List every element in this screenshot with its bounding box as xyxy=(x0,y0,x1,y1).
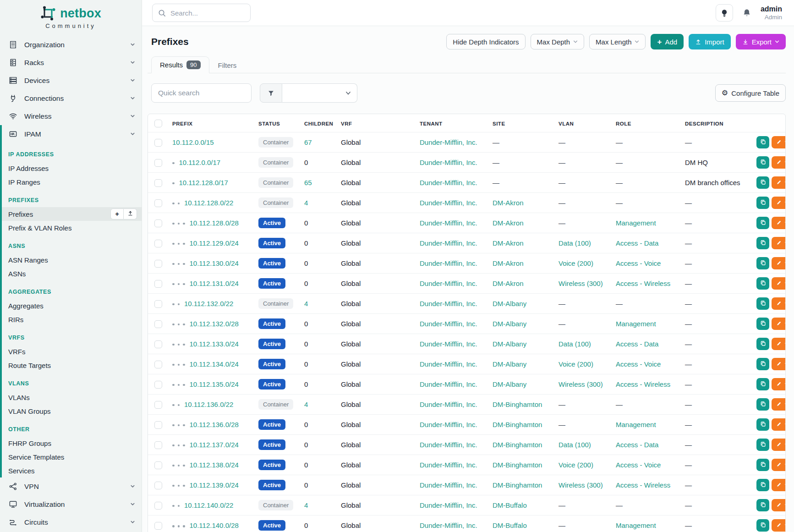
row-checkbox[interactable] xyxy=(154,139,162,147)
clone-button[interactable] xyxy=(756,156,769,169)
site-link[interactable]: DM-Binghamton xyxy=(493,461,542,469)
row-checkbox[interactable] xyxy=(154,240,162,247)
prefix-link[interactable]: 10.112.130.0/24 xyxy=(190,259,239,267)
clone-button[interactable] xyxy=(756,358,769,370)
children-count-link[interactable]: 4 xyxy=(304,501,308,509)
sidebar-item-vlans[interactable]: VLANs xyxy=(2,390,142,404)
prefix-link[interactable]: 10.112.0.0/17 xyxy=(179,159,221,166)
column-header-role[interactable]: ROLE xyxy=(611,114,680,132)
role-link[interactable]: Access - Wireless xyxy=(616,280,670,287)
select-all-checkbox[interactable] xyxy=(154,120,162,127)
clone-button[interactable] xyxy=(756,499,769,511)
row-checkbox[interactable] xyxy=(154,280,162,288)
edit-button[interactable] xyxy=(772,378,786,390)
netbox-logo[interactable]: netbox xyxy=(0,0,142,21)
tenant-link[interactable]: Dunder-Mifflin, Inc. xyxy=(420,461,477,469)
clone-button[interactable] xyxy=(756,277,769,290)
sidebar-item-ipam[interactable]: IPAM xyxy=(2,125,142,143)
clone-button[interactable] xyxy=(756,479,769,491)
site-link[interactable]: DM-Akron xyxy=(493,280,524,287)
role-link[interactable]: Access - Voice xyxy=(616,461,661,469)
column-header-vlan[interactable]: VLAN xyxy=(554,114,611,132)
tenant-link[interactable]: Dunder-Mifflin, Inc. xyxy=(420,421,477,428)
notifications-bell[interactable] xyxy=(742,8,751,17)
clone-button[interactable] xyxy=(756,418,769,431)
site-link[interactable]: DM-Binghamton xyxy=(493,421,542,428)
export-dropdown[interactable]: Export xyxy=(736,34,786,49)
sidebar-item-connections[interactable]: Connections xyxy=(0,89,142,107)
site-link[interactable]: DM-Albany xyxy=(493,300,526,307)
sidebar-item-asn-ranges[interactable]: ASN Ranges xyxy=(2,253,142,267)
prefix-link[interactable]: 10.112.0.0/15 xyxy=(172,138,214,146)
tab-results[interactable]: Results 90 xyxy=(151,56,209,73)
edit-button[interactable] xyxy=(772,197,786,209)
clone-button[interactable] xyxy=(756,237,769,249)
edit-button[interactable] xyxy=(772,297,786,310)
import-button[interactable]: Import xyxy=(689,34,731,49)
clone-button[interactable] xyxy=(756,318,769,330)
clone-button[interactable] xyxy=(756,459,769,471)
site-link[interactable]: DM-Buffalo xyxy=(493,521,527,529)
hide-depth-indicators-button[interactable]: Hide Depth Indicators xyxy=(446,34,525,49)
tenant-link[interactable]: Dunder-Mifflin, Inc. xyxy=(420,199,477,207)
tenant-link[interactable]: Dunder-Mifflin, Inc. xyxy=(420,239,477,247)
global-search-input[interactable] xyxy=(170,9,235,17)
edit-button[interactable] xyxy=(772,136,786,148)
tenant-link[interactable]: Dunder-Mifflin, Inc. xyxy=(420,521,477,529)
configure-table-button[interactable]: ⚙ Configure Table xyxy=(715,84,786,102)
site-link[interactable]: DM-Akron xyxy=(493,259,524,267)
prefix-link[interactable]: 10.112.139.0/24 xyxy=(190,481,239,489)
edit-button[interactable] xyxy=(772,479,786,491)
sidebar-item-ip-addresses[interactable]: IP Addresses xyxy=(2,161,142,175)
row-checkbox[interactable] xyxy=(154,502,162,510)
site-link[interactable]: DM-Binghamton xyxy=(493,400,542,408)
prefix-link[interactable]: 10.112.133.0/24 xyxy=(190,340,239,348)
row-checkbox[interactable] xyxy=(154,361,162,368)
sidebar-item-circuits[interactable]: Circuits xyxy=(0,513,142,531)
prefix-link[interactable]: 10.112.128.0/28 xyxy=(190,219,239,227)
prefix-link[interactable]: 10.112.131.0/24 xyxy=(190,280,239,287)
sidebar-item-vlan-groups[interactable]: VLAN Groups xyxy=(2,404,142,418)
user-menu[interactable]: admin Admin xyxy=(761,5,782,22)
prefix-link[interactable]: 10.112.140.0/28 xyxy=(190,521,239,529)
row-checkbox[interactable] xyxy=(154,340,162,348)
site-link[interactable]: DM-Albany xyxy=(493,360,526,368)
edit-button[interactable] xyxy=(772,338,786,350)
sidebar-item-service-templates[interactable]: Service Templates xyxy=(2,450,142,464)
prefix-link[interactable]: 10.112.138.0/24 xyxy=(190,461,239,469)
prefix-link[interactable]: 10.112.137.0/24 xyxy=(190,441,239,449)
row-checkbox[interactable] xyxy=(154,441,162,449)
max-length-dropdown[interactable]: Max Length xyxy=(589,34,646,49)
quick-import-button[interactable] xyxy=(124,208,137,219)
tenant-link[interactable]: Dunder-Mifflin, Inc. xyxy=(420,259,477,267)
prefix-link[interactable]: 10.112.128.0/17 xyxy=(179,179,228,186)
row-checkbox[interactable] xyxy=(154,320,162,328)
prefix-link[interactable]: 10.112.140.0/22 xyxy=(184,501,233,509)
column-header-tenant[interactable]: TENANT xyxy=(415,114,488,132)
vlan-link[interactable]: Voice (200) xyxy=(559,461,593,469)
column-header-vrf[interactable]: VRF xyxy=(336,114,415,132)
vlan-link[interactable]: Data (100) xyxy=(559,441,591,449)
row-checkbox[interactable] xyxy=(154,179,162,187)
tenant-link[interactable]: Dunder-Mifflin, Inc. xyxy=(420,360,477,368)
role-link[interactable]: Management xyxy=(616,219,656,227)
clone-button[interactable] xyxy=(756,197,769,209)
edit-button[interactable] xyxy=(772,237,786,249)
sidebar-item-fhrp-groups[interactable]: FHRP Groups xyxy=(2,436,142,450)
sidebar-item-rirs[interactable]: RIRs xyxy=(2,313,142,326)
clone-button[interactable] xyxy=(756,338,769,350)
edit-button[interactable] xyxy=(772,257,786,269)
column-header-site[interactable]: SITE xyxy=(488,114,554,132)
role-link[interactable]: Access - Data xyxy=(616,340,658,348)
tenant-link[interactable]: Dunder-Mifflin, Inc. xyxy=(420,300,477,307)
global-search[interactable] xyxy=(152,4,251,22)
prefix-link[interactable]: 10.112.134.0/24 xyxy=(190,360,239,368)
site-link[interactable]: DM-Buffalo xyxy=(493,501,527,509)
prefix-link[interactable]: 10.112.136.0/22 xyxy=(184,400,233,408)
site-link[interactable]: DM-Binghamton xyxy=(493,481,542,489)
site-link[interactable]: DM-Binghamton xyxy=(493,441,542,449)
clone-button[interactable] xyxy=(756,398,769,411)
sidebar-item-prefix-vlan-roles[interactable]: Prefix & VLAN Roles xyxy=(2,221,142,235)
tenant-link[interactable]: Dunder-Mifflin, Inc. xyxy=(420,481,477,489)
prefix-link[interactable]: 10.112.132.0/22 xyxy=(184,300,233,307)
